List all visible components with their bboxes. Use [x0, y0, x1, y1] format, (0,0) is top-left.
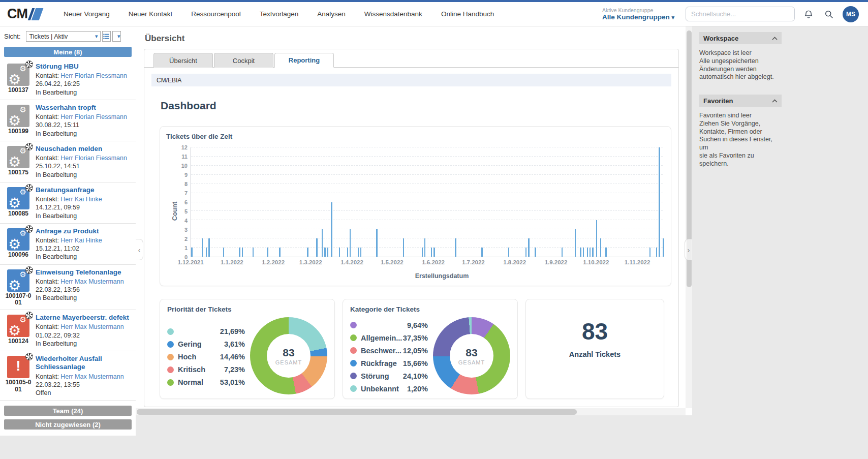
ticket-body: Wiederholter Ausfall SchliessanlageKonta…: [33, 355, 132, 397]
ticket-item[interactable]: !100105-001Wiederholter Ausfall Schliess…: [0, 351, 136, 401]
priority-legend: 21,69%Gering3,61%Hoch14,46%Kritisch7,23%…: [167, 321, 250, 388]
ticket-title[interactable]: Wiederholter Ausfall Schliessanlage: [36, 355, 132, 371]
ticket-title[interactable]: Störung HBU: [36, 63, 132, 71]
chart-bar: [596, 220, 598, 257]
legend-label: Normal: [178, 378, 203, 386]
contact-link[interactable]: Herr Kai Hinke: [60, 237, 102, 244]
ticket-status: In Bearbeitung: [36, 294, 132, 302]
legend-percentage: 24,10%: [403, 372, 433, 380]
menu-item[interactable]: Textvorlagen: [260, 10, 299, 18]
empty-state-line: speichern.: [699, 160, 782, 168]
menu-item[interactable]: Online Handbuch: [441, 10, 494, 18]
ticket-item[interactable]: ⚙⚙100107-001Einweisung TelefonanlageKont…: [0, 265, 136, 311]
view-options-button[interactable]: ▾: [112, 31, 121, 42]
legend-percentage: 3,61%: [224, 340, 250, 348]
ticket-left: ⚙⚙100175: [4, 145, 33, 179]
app-logo[interactable]: CM: [7, 6, 41, 22]
breadcrumb[interactable]: CM/EBIA: [151, 74, 671, 86]
group-header-mine[interactable]: Meine (8): [4, 47, 132, 57]
contact-link[interactable]: Herr Kai Hinke: [60, 196, 102, 203]
chart-bar: [562, 248, 563, 257]
contact-prefix: Kontakt:: [36, 72, 60, 79]
x-tick-label: 1.10.2022: [583, 259, 609, 265]
contact-link[interactable]: Herr Florian Fiessmann: [60, 113, 127, 120]
legend-dot-icon: [350, 347, 357, 354]
workspace-header[interactable]: Workspace: [699, 32, 782, 44]
chart-bar: [575, 229, 576, 257]
contact-link[interactable]: Herr Florian Fiessmann: [60, 155, 127, 162]
chart-bar: [663, 238, 664, 257]
legend-label: Hoch: [178, 353, 196, 361]
chart-bar: [267, 248, 268, 257]
favorites-header[interactable]: Favoriten: [699, 95, 782, 107]
menu-item[interactable]: Ressourcenpool: [191, 10, 241, 18]
ticket-title[interactable]: Anfrage zu Produkt: [36, 227, 132, 235]
legend-row: Gering3,61%: [167, 339, 250, 350]
view-select[interactable]: Tickets | Aktiv ▾: [26, 31, 101, 42]
ticket-title[interactable]: Laterne Mayerbeerstr. defekt: [36, 314, 132, 322]
menu-item[interactable]: Neuer Kontakt: [129, 10, 172, 18]
menu-item[interactable]: Neuer Vorgang: [64, 10, 110, 18]
ticket-item[interactable]: ⚙⚙100199Wasserhahn tropftKontakt: Herr F…: [0, 100, 136, 141]
chart-bar: [327, 248, 328, 257]
exclamation-icon: !: [7, 358, 29, 374]
list-view-button[interactable]: [102, 31, 111, 42]
tab-reporting[interactable]: Reporting: [274, 53, 334, 68]
empty-state-line: Alle ungespeicherten: [699, 57, 782, 66]
ticket-body: Störung HBUKontakt: Herr Florian Fiessma…: [33, 63, 132, 97]
vertical-scrollbar[interactable]: [686, 26, 692, 408]
tab-cockpit[interactable]: Cockpit: [214, 53, 273, 68]
notifications-bell-icon[interactable]: [802, 8, 815, 21]
x-tick-label: 1.3.2022: [299, 259, 322, 265]
legend-label: Gering: [178, 340, 202, 348]
chart-title: Tickets über die Zeit: [166, 133, 663, 140]
x-axis-title: Erstellungsdatum: [221, 272, 663, 280]
ticket-item[interactable]: ⚙⚙100124Laterne Mayerbeerstr. defektKont…: [0, 310, 136, 351]
chevron-down-icon: ▾: [671, 14, 674, 20]
collapse-left-panel-button[interactable]: ‹: [136, 239, 143, 260]
ticket-type-icon: ⚙⚙: [7, 228, 29, 251]
horizontal-scrollbar-thumb[interactable]: [137, 409, 577, 415]
ticket-title[interactable]: Einweisung Telefonanlage: [36, 268, 132, 277]
contact-link[interactable]: Herr Max Mustermann: [60, 373, 123, 380]
ticket-type-icon: !: [7, 356, 29, 378]
group-header-team[interactable]: Team (24): [4, 406, 132, 416]
top-navbar: CM Neuer VorgangNeuer KontaktRessourcenp…: [0, 2, 868, 26]
search-icon[interactable]: [822, 8, 835, 21]
menu-item[interactable]: Wissensdatenbank: [364, 10, 422, 18]
x-tick-label: 1.2.2022: [262, 259, 285, 265]
ticket-title[interactable]: Beratungsanfrage: [36, 186, 132, 194]
chart-title: Kategorie der Tickets: [350, 305, 510, 313]
customer-group-value: Alle Kundengruppen ▾: [602, 13, 674, 21]
contact-link[interactable]: Herr Florian Fiessmann: [60, 72, 127, 79]
collapse-right-panel-button[interactable]: ›: [685, 239, 692, 260]
customer-group-selector[interactable]: Aktive Kundengruppe Alle Kundengruppen ▾: [602, 7, 674, 21]
menu-item[interactable]: Analysen: [317, 10, 346, 18]
ticket-item[interactable]: ⚙⚙100137Störung HBUKontakt: Herr Florian…: [0, 59, 136, 100]
quick-search-input[interactable]: [686, 7, 795, 21]
dashboard-area: Dashboard Tickets über die Zeit Count 01…: [144, 86, 678, 399]
legend-row: 21,69%: [167, 326, 250, 337]
tab-übersicht[interactable]: Übersicht: [153, 53, 213, 68]
y-tick-label: 10: [181, 163, 188, 169]
ticket-title[interactable]: Wasserhahn tropft: [36, 104, 132, 112]
ticket-type-icon: ⚙⚙: [7, 269, 29, 292]
ticket-count-card: 83 Anzahl Tickets: [525, 299, 664, 399]
view-selector-row: Sicht: Tickets | Aktiv ▾ ▾: [0, 26, 136, 45]
ticket-status: In Bearbeitung: [36, 130, 132, 138]
gear-icon: ⚙: [8, 73, 21, 87]
chart-bar: [223, 248, 225, 257]
contact-link[interactable]: Herr Max Mustermann: [60, 278, 123, 285]
ticket-item[interactable]: ⚙⚙100096Anfrage zu ProduktKontakt: Herr …: [0, 224, 136, 265]
ticket-item[interactable]: ⚙⚙100085BeratungsanfrageKontakt: Herr Ka…: [0, 182, 136, 224]
ticket-item[interactable]: ⚙⚙100175Neuschaden meldenKontakt: Herr F…: [0, 141, 136, 182]
time-chart: Count 0123456789101112 1.12.20211.1.2022…: [166, 147, 663, 282]
user-avatar[interactable]: MS: [843, 6, 859, 22]
chart-bar: [360, 248, 362, 257]
group-header-unassigned[interactable]: Nicht zugewiesen (2): [4, 419, 132, 430]
contact-link[interactable]: Herr Max Mustermann: [60, 323, 123, 330]
ticket-id: 100096: [4, 252, 33, 259]
horizontal-scrollbar[interactable]: [136, 408, 686, 415]
pinwheel-badge-icon: [25, 143, 33, 150]
ticket-title[interactable]: Neuschaden melden: [36, 145, 132, 153]
